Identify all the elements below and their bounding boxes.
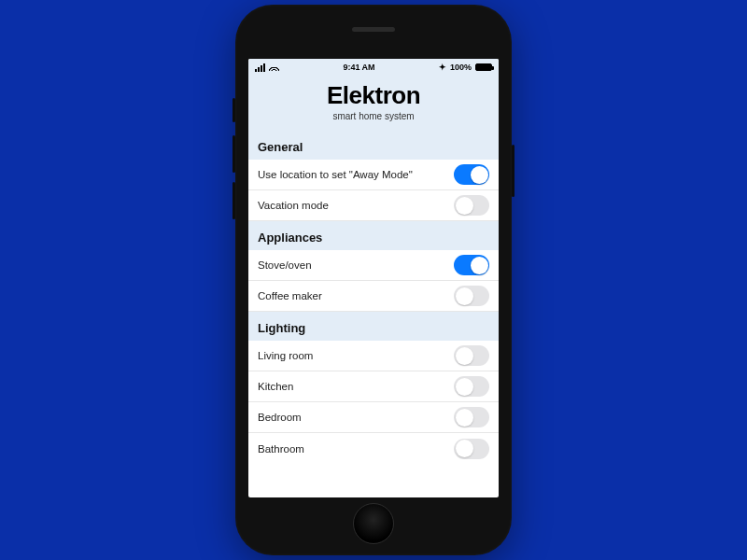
row-bedroom: Bedroom bbox=[248, 402, 499, 433]
row-living-room: Living room bbox=[248, 341, 499, 371]
power-button bbox=[512, 145, 514, 197]
row-kitchen: Kitchen bbox=[248, 371, 499, 402]
row-label: Vacation mode bbox=[258, 200, 329, 211]
section-header-general: General bbox=[248, 131, 499, 160]
row-label: Kitchen bbox=[258, 381, 293, 392]
app-header: Elektron smart home system bbox=[248, 76, 499, 131]
volume-down-button bbox=[233, 182, 235, 219]
toggle-stove[interactable] bbox=[454, 255, 489, 275]
row-label: Use location to set "Away Mode" bbox=[258, 169, 413, 180]
screen: 9:41 AM ✦ 100% Elektron smart home syste… bbox=[248, 59, 499, 497]
battery-icon bbox=[475, 63, 492, 71]
toggle-kitchen[interactable] bbox=[454, 376, 489, 397]
toggle-bathroom[interactable] bbox=[454, 439, 489, 459]
toggle-bedroom[interactable] bbox=[454, 407, 489, 427]
toggle-living-room[interactable] bbox=[454, 345, 489, 366]
volume-up-button bbox=[233, 135, 235, 173]
bluetooth-icon: ✦ bbox=[439, 63, 446, 72]
app-subtitle: smart home system bbox=[248, 111, 499, 121]
row-coffee-maker: Coffee maker bbox=[248, 281, 499, 312]
row-label: Stove/oven bbox=[258, 259, 312, 271]
row-away-mode: Use location to set "Away Mode" bbox=[248, 160, 499, 190]
wifi-icon bbox=[269, 63, 279, 71]
row-label: Coffee maker bbox=[258, 290, 322, 301]
row-vacation-mode: Vacation mode bbox=[248, 190, 499, 221]
battery-percent: 100% bbox=[450, 63, 472, 72]
settings-list[interactable]: General Use location to set "Away Mode" … bbox=[248, 131, 499, 497]
row-stove: Stove/oven bbox=[248, 250, 499, 281]
toggle-away-mode[interactable] bbox=[454, 164, 489, 185]
section-header-appliances: Appliances bbox=[248, 221, 499, 250]
signal-icon bbox=[255, 63, 265, 72]
mute-switch bbox=[233, 98, 235, 122]
app-title: Elektron bbox=[248, 81, 499, 110]
toggle-coffee-maker[interactable] bbox=[454, 286, 489, 306]
status-bar: 9:41 AM ✦ 100% bbox=[248, 59, 499, 76]
status-time: 9:41 AM bbox=[343, 63, 374, 72]
row-label: Bathroom bbox=[258, 443, 304, 455]
row-bathroom: Bathroom bbox=[248, 433, 499, 464]
phone-frame: 9:41 AM ✦ 100% Elektron smart home syste… bbox=[235, 5, 512, 555]
toggle-vacation-mode[interactable] bbox=[454, 195, 489, 216]
row-label: Living room bbox=[258, 350, 313, 361]
home-button[interactable] bbox=[353, 503, 394, 544]
row-label: Bedroom bbox=[258, 412, 302, 423]
section-header-lighting: Lighting bbox=[248, 312, 499, 341]
